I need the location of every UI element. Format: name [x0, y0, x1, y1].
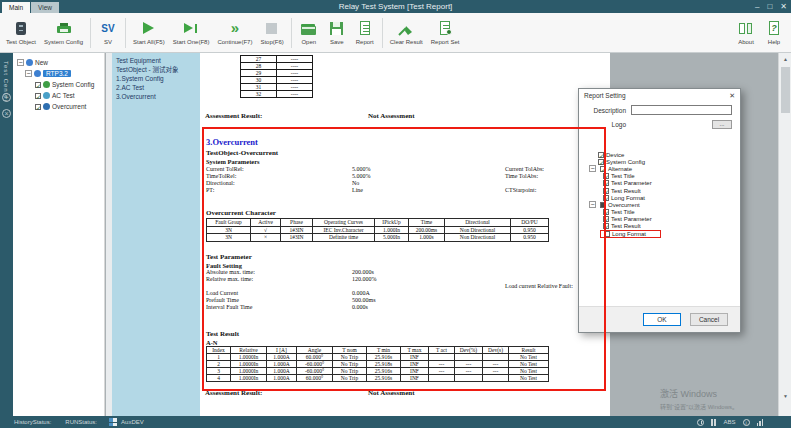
scroll-down-icon[interactable]: ▼: [779, 390, 791, 402]
dialog-tree-item[interactable]: Alternate: [587, 165, 734, 172]
checkbox[interactable]: [600, 202, 606, 208]
dialog-tree-item[interactable]: Test Result: [587, 187, 734, 194]
checkbox[interactable]: [603, 188, 609, 194]
start-one-icon: [182, 21, 200, 37]
system-parameters-title: System Parameters: [206, 158, 260, 165]
toolbar-separator: [125, 18, 126, 48]
checkbox[interactable]: [35, 104, 41, 110]
tree-item-overcurrent[interactable]: Overcurrent: [13, 101, 104, 112]
table-cell: 28: [241, 63, 277, 70]
tree-item-ac-test[interactable]: AC Test: [13, 90, 104, 101]
checkbox[interactable]: [598, 152, 604, 158]
dialog-tree-item[interactable]: Overcurrent: [587, 201, 734, 208]
param-row: Relative max. time: 120.000%: [206, 276, 604, 283]
report-button[interactable]: Report: [351, 15, 379, 51]
help-button[interactable]: ? Help: [760, 15, 788, 51]
system-config-icon: [55, 21, 73, 37]
start-one-button[interactable]: Start One(F8): [169, 15, 214, 51]
dialog-tree-item[interactable]: Long Format: [587, 230, 734, 237]
continue-button[interactable]: » Continue(F7): [213, 15, 256, 51]
checkbox[interactable]: [603, 216, 609, 222]
tree-item-system-config[interactable]: System Config: [13, 79, 104, 90]
description-input[interactable]: [631, 105, 732, 115]
table-row: 29----: [241, 70, 313, 77]
dialog-tree-item[interactable]: Test Title: [587, 173, 734, 180]
add-circle-icon[interactable]: +: [2, 93, 11, 102]
dialog-tree-item[interactable]: Test Title: [587, 209, 734, 216]
scroll-up-icon[interactable]: ▲: [779, 53, 791, 65]
collapse-icon[interactable]: [589, 165, 596, 172]
dialog-close-icon[interactable]: ✕: [729, 92, 735, 100]
table-cell: Definite time: [313, 234, 375, 242]
dialog-tree-item[interactable]: System Config: [587, 158, 734, 165]
dialog-title: Report Setting: [584, 92, 626, 99]
ok-button[interactable]: OK: [643, 313, 681, 326]
table-cell: 30: [241, 77, 277, 84]
auxdev-label: AuxDEV: [121, 419, 144, 425]
stop-button[interactable]: Stop(F6): [256, 15, 287, 51]
table-cell: [483, 354, 509, 361]
loop-title: A-N: [206, 339, 218, 346]
collapse-icon[interactable]: [25, 70, 32, 77]
param-label: Load Current: [206, 290, 238, 296]
clear-result-broom-icon: [397, 21, 415, 37]
report-document-icon: [356, 21, 374, 37]
collapse-icon[interactable]: [17, 59, 24, 66]
nav-item[interactable]: 1.System Config: [116, 74, 200, 83]
start-all-button[interactable]: Start All(F5): [129, 15, 169, 51]
assessment-result-row: Assessment Result: Not Assessment: [205, 112, 605, 120]
param-value: 0.000s: [352, 304, 368, 310]
checkbox[interactable]: [604, 231, 610, 237]
close-circle-icon[interactable]: ×: [2, 109, 11, 118]
cancel-button[interactable]: Cancel: [690, 313, 728, 326]
vertical-scrollbar[interactable]: ▲ ▼: [778, 53, 791, 416]
fault-setting-title: Fault Setting: [206, 262, 242, 269]
table-cell: No Test: [509, 361, 549, 368]
column-header: Index: [207, 347, 231, 354]
checkbox[interactable]: [603, 223, 609, 229]
window-title: Relay Test System [Test Report]: [0, 2, 791, 11]
checkbox[interactable]: [603, 195, 609, 201]
tab-main[interactable]: Main: [2, 2, 30, 13]
nav-item[interactable]: TestObject - 测试对象: [116, 65, 200, 74]
maximize-button[interactable]: □: [767, 1, 772, 12]
tab-view[interactable]: View: [31, 2, 59, 13]
dialog-tree-item[interactable]: Long Format: [587, 194, 734, 201]
clear-result-button[interactable]: Clear Result: [386, 15, 427, 51]
checkbox[interactable]: [603, 209, 609, 215]
checkbox[interactable]: [603, 173, 609, 179]
checkbox[interactable]: [603, 180, 609, 186]
sv-button[interactable]: SV SV: [94, 15, 122, 51]
table-cell: No Test: [509, 368, 549, 375]
about-button[interactable]: About: [732, 15, 760, 51]
checkbox[interactable]: [600, 166, 606, 172]
minimize-button[interactable]: –: [755, 1, 759, 12]
nav-item[interactable]: 2.AC Test: [116, 83, 200, 92]
nav-item[interactable]: 3.Overcurrent: [116, 92, 200, 101]
nav-item[interactable]: Test Equipment: [116, 56, 200, 65]
dialog-tree-item[interactable]: Test Parameter: [587, 216, 734, 223]
window-controls: – □ ✕: [755, 1, 787, 12]
scrollbar-thumb[interactable]: [781, 67, 790, 113]
tree-selected-label: RTP3.2: [43, 70, 71, 77]
close-button[interactable]: ✕: [780, 1, 787, 12]
dialog-tree-item[interactable]: Device: [587, 151, 734, 158]
logo-browse-button[interactable]: ...: [712, 120, 732, 129]
tree-selected-row[interactable]: RTP3.2: [13, 68, 104, 79]
test-object-button[interactable]: Test Object: [2, 15, 40, 51]
column-header: T min: [367, 347, 401, 354]
checkbox[interactable]: [598, 159, 604, 165]
collapse-icon[interactable]: [589, 201, 596, 208]
checkbox[interactable]: [35, 82, 41, 88]
dialog-tree-item[interactable]: Test Parameter: [587, 180, 734, 187]
save-button[interactable]: Save: [323, 15, 351, 51]
table-cell: ×: [251, 234, 281, 242]
system-config-button[interactable]: System Config: [40, 15, 87, 51]
open-button[interactable]: Open: [295, 15, 323, 51]
report-set-button[interactable]: Report Set: [427, 15, 464, 51]
table-cell: ----: [277, 56, 313, 63]
logo-label: Logo: [579, 121, 631, 128]
tree-root-row[interactable]: New: [13, 57, 104, 68]
dialog-title-bar[interactable]: Report Setting ✕: [579, 89, 740, 102]
checkbox[interactable]: [35, 93, 41, 99]
